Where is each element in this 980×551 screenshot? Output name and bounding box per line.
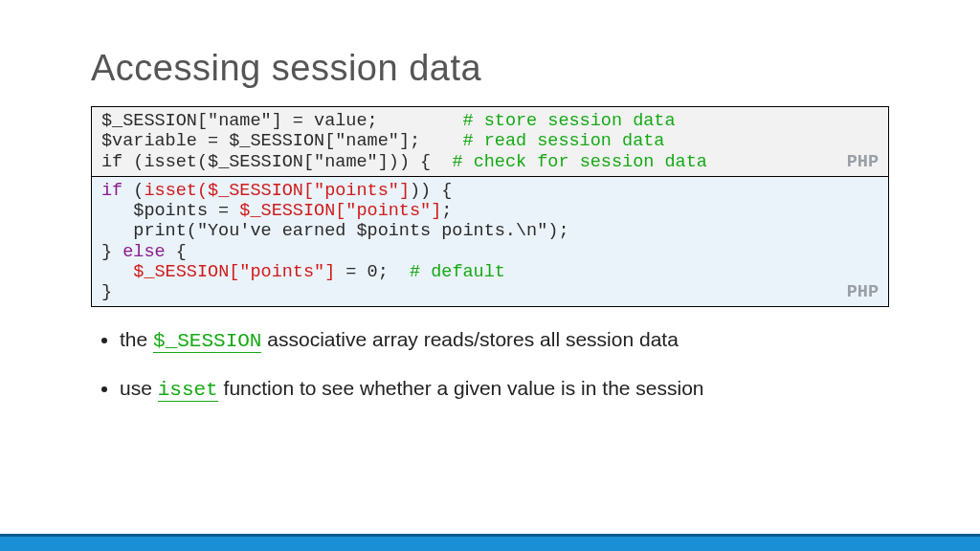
- code-keyword: else: [122, 242, 165, 262]
- code-text: (: [122, 181, 144, 201]
- bullet-text: function to see whether a given value is…: [218, 377, 704, 399]
- code-text: ($_SESSION[: [197, 152, 314, 172]
- code-keyword: if: [101, 152, 122, 172]
- bullet-text: associative array reads/stores all sessi…: [261, 328, 678, 350]
- inline-code-session: $_SESSION: [153, 330, 261, 353]
- code-text: )) {: [410, 181, 452, 201]
- code-text: ;: [441, 201, 452, 221]
- bullet-list: the $_SESSION associative array reads/st…: [91, 328, 889, 401]
- code-text: (: [122, 152, 144, 172]
- code-syntax-box: $_SESSION["name"] = value; # store sessi…: [91, 106, 889, 177]
- code-text: $variable = $_SESSION[: [101, 131, 335, 151]
- code-text: ])) {: [378, 152, 453, 172]
- code-example-box: if (isset($_SESSION["points"])) { $point…: [91, 177, 889, 308]
- code-text: {: [166, 242, 187, 262]
- code-session: $_SESSION["points"]: [239, 201, 441, 221]
- code-text: "name": [314, 152, 378, 172]
- inline-code-isset: isset: [158, 379, 218, 402]
- bullet-text: the: [120, 328, 153, 350]
- code-text: "name": [208, 111, 272, 131]
- list-item: the $_SESSION associative array reads/st…: [120, 328, 889, 352]
- code-keyword: if: [101, 181, 122, 201]
- page-title: Accessing session data: [91, 48, 889, 89]
- slide: Accessing session data $_SESSION["name"]…: [0, 0, 980, 551]
- code-text: "name": [335, 131, 399, 151]
- code-session: $_SESSION["points"]: [133, 262, 335, 282]
- code-session: isset($_SESSION["points"]: [144, 181, 410, 201]
- code-text: }: [101, 282, 112, 302]
- code-text: isset: [144, 152, 197, 172]
- code-text: }: [101, 242, 122, 262]
- code-text: [101, 262, 133, 282]
- language-label: PHP: [847, 282, 879, 302]
- code-comment: # store session data: [463, 111, 676, 131]
- bullet-text: use: [120, 377, 158, 399]
- code-comment: # check for session data: [452, 152, 706, 172]
- code-text: ] = value;: [272, 111, 463, 131]
- code-comment: # default: [410, 262, 505, 282]
- code-text: print("You've earned $points points.\n")…: [101, 221, 568, 241]
- code-comment: # read session data: [463, 131, 665, 151]
- code-text: ];: [399, 131, 463, 151]
- code-text: $points =: [101, 201, 239, 221]
- list-item: use isset function to see whether a give…: [120, 377, 889, 401]
- code-text: $_SESSION: [101, 111, 197, 131]
- code-text: = 0;: [335, 262, 410, 282]
- code-text: [: [197, 111, 208, 131]
- language-label: PHP: [847, 152, 879, 172]
- footer-accent-bar: [0, 534, 980, 551]
